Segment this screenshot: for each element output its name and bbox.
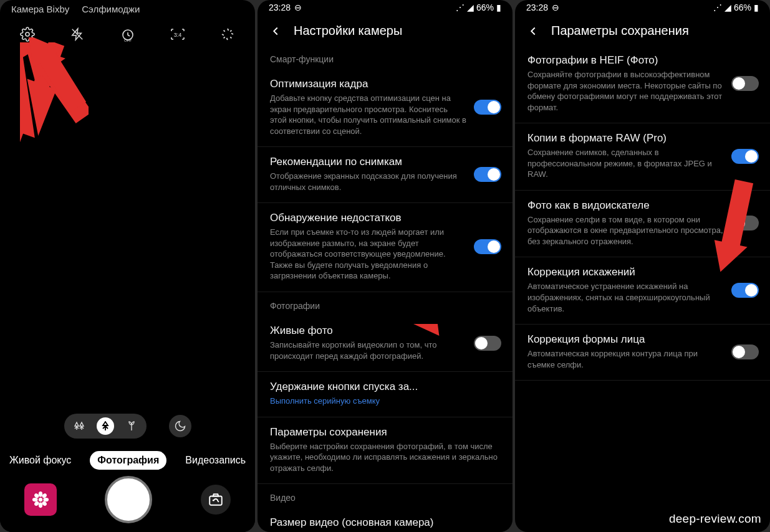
camera-iconbar: OFF 3:4 — [0, 16, 255, 50]
svg-text:3:4: 3:4 — [173, 32, 181, 38]
ratio-button[interactable]: 3:4 — [168, 24, 188, 44]
zoom-wide[interactable] — [97, 417, 114, 435]
svg-point-7 — [39, 502, 42, 508]
toggle-face-shape[interactable] — [731, 344, 759, 359]
item-raw[interactable]: Копии в формате RAW (Pro)Сохранение сним… — [515, 123, 770, 191]
night-mode-button[interactable] — [169, 415, 191, 437]
tree-double-icon — [73, 421, 85, 431]
selfmoji-label[interactable]: Сэлфимоджи — [82, 4, 140, 14]
shutter-button[interactable] — [105, 476, 152, 523]
item-subtitle: Выберите настройки сохранения фотографий… — [270, 441, 501, 474]
section-video: Видео — [257, 484, 513, 508]
effects-icon — [220, 27, 235, 42]
item-title: Оптимизация кадра — [270, 78, 466, 90]
svg-text:OFF: OFF — [124, 39, 132, 42]
toggle-raw[interactable] — [731, 149, 759, 164]
item-subtitle: Сохранение селфи в том виде, в котором о… — [527, 214, 724, 247]
zoom-tele[interactable] — [123, 417, 140, 435]
screen-camera-settings: 23:28⊖ ⋰ ◢ 66% ▮ Настройки камеры Смарт-… — [257, 0, 513, 532]
gear-icon — [20, 27, 35, 42]
toggle-distortion[interactable] — [731, 283, 759, 298]
camera-modes: Живой фокус Фотография Видеозапись — [0, 451, 255, 470]
item-as-previewed[interactable]: Фото как в видоискателеСохранение селфи … — [515, 191, 770, 258]
mode-photo[interactable]: Фотография — [90, 451, 166, 470]
moon-icon — [174, 420, 186, 432]
item-title: Копии в формате RAW (Pro) — [527, 132, 724, 145]
item-flaw-detection[interactable]: Обнаружение недостатковЕсли при съемке к… — [257, 203, 513, 292]
toggle-scene-optimizer[interactable] — [474, 100, 501, 115]
status-time: 23:28 — [526, 2, 548, 12]
item-title: Фото как в видоискателе — [527, 199, 724, 212]
signal-icon: ◢ — [724, 2, 731, 12]
toggle-motion-photo[interactable] — [474, 336, 501, 351]
leaf-icon — [127, 421, 136, 431]
status-battery: 66% — [734, 2, 751, 12]
settings-header: Настройки камеры — [257, 14, 513, 45]
item-scene-optimizer[interactable]: Оптимизация кадраДобавьте кнопку средств… — [257, 69, 513, 147]
item-subtitle: Автоматическое устранение искажений на и… — [527, 281, 724, 314]
section-smart: Смарт-функции — [257, 45, 513, 69]
item-subtitle: Сохранение снимков, сделанных в професси… — [527, 147, 724, 180]
save-title: Параметры сохранения — [551, 24, 689, 38]
camera-topstrip: Камера Bixby Сэлфимоджи — [0, 0, 255, 16]
settings-button[interactable] — [17, 24, 37, 44]
settings-list: Смарт-функции Оптимизация кадраДобавьте … — [257, 45, 513, 532]
back-icon[interactable] — [526, 24, 540, 38]
zoom-ultrawide[interactable] — [70, 417, 88, 435]
svg-point-5 — [39, 498, 42, 501]
item-title: Удержание кнопки спуска за... — [270, 381, 501, 393]
status-bar: 23:28⊖ ⋰ ◢ 66% ▮ — [257, 0, 513, 14]
screen-save-options: 23:28⊖ ⋰ ◢ 66% ▮ Параметры сохранения Фо… — [515, 0, 770, 532]
item-title: Обнаружение недостатков — [270, 212, 466, 224]
item-hold-shutter[interactable]: Удержание кнопки спуска за...Выполнить с… — [257, 372, 513, 417]
item-distortion-correction[interactable]: Коррекция искаженийАвтоматическое устран… — [515, 257, 770, 325]
wifi-icon: ⋰ — [456, 2, 464, 12]
item-shot-suggestions[interactable]: Рекомендации по снимкамОтображение экран… — [257, 147, 513, 203]
status-bar: 23:28⊖ ⋰ ◢ 66% ▮ — [515, 0, 770, 14]
mode-live-focus[interactable]: Живой фокус — [2, 451, 79, 470]
toggle-shot-suggestions[interactable] — [474, 167, 501, 182]
item-title: Параметры сохранения — [270, 426, 501, 439]
svg-point-6 — [39, 492, 42, 497]
save-header: Параметры сохранения — [515, 14, 770, 45]
dnd-icon: ⊖ — [294, 2, 302, 12]
back-icon[interactable] — [269, 24, 282, 38]
section-photos: Фотографии — [257, 292, 513, 316]
settings-title: Настройки камеры — [294, 24, 402, 38]
timer-button[interactable]: OFF — [118, 24, 138, 44]
watermark: deep-review.com — [669, 512, 761, 526]
svg-rect-14 — [209, 496, 222, 505]
item-save-options[interactable]: Параметры сохраненияВыберите настройки с… — [257, 417, 513, 485]
item-subtitle: Если при съемке кто-то из людей моргает … — [270, 227, 466, 282]
zoom-selector[interactable] — [64, 414, 147, 439]
item-video-size-rear[interactable]: Размер видео (основная камера)16:9 FHD (… — [257, 508, 513, 532]
mode-video[interactable]: Видеозапись — [178, 451, 253, 470]
camera-viewfinder[interactable]: Живой фокус Фотография Видеозапись — [0, 50, 255, 532]
battery-icon: ▮ — [496, 2, 501, 12]
battery-icon: ▮ — [754, 2, 759, 12]
item-motion-photo[interactable]: Живые фотоЗаписывайте короткий видеоклип… — [257, 316, 513, 372]
item-title: Размер видео (основная камера) — [270, 516, 501, 529]
switch-camera-button[interactable] — [201, 485, 231, 515]
toggle-as-previewed[interactable] — [731, 216, 759, 230]
item-title: Фотографии в HEIF (Фото) — [527, 54, 724, 67]
gallery-thumbnail[interactable] — [24, 483, 57, 516]
item-title: Живые фото — [270, 325, 466, 337]
toggle-flaw-detection[interactable] — [474, 239, 501, 254]
dnd-icon: ⊖ — [552, 2, 559, 12]
item-heif[interactable]: Фотографии в HEIF (Фото)Сохраняйте фотог… — [515, 45, 770, 123]
item-face-shape-correction[interactable]: Коррекция формы лицаАвтоматическая корре… — [515, 325, 770, 381]
zoom-row — [0, 414, 255, 439]
bixby-label[interactable]: Камера Bixby — [11, 4, 69, 14]
svg-point-0 — [26, 32, 29, 36]
wifi-icon: ⋰ — [713, 2, 722, 12]
tree-icon — [100, 421, 110, 431]
flower-icon — [31, 490, 50, 509]
flash-button[interactable] — [67, 24, 87, 44]
svg-point-9 — [43, 498, 49, 501]
screen-camera: Камера Bixby Сэлфимоджи OFF 3:4 — [0, 0, 255, 532]
timer-off-icon: OFF — [120, 27, 135, 42]
toggle-heif[interactable] — [731, 76, 759, 91]
switch-camera-icon — [208, 492, 224, 508]
effects-button[interactable] — [218, 24, 238, 44]
